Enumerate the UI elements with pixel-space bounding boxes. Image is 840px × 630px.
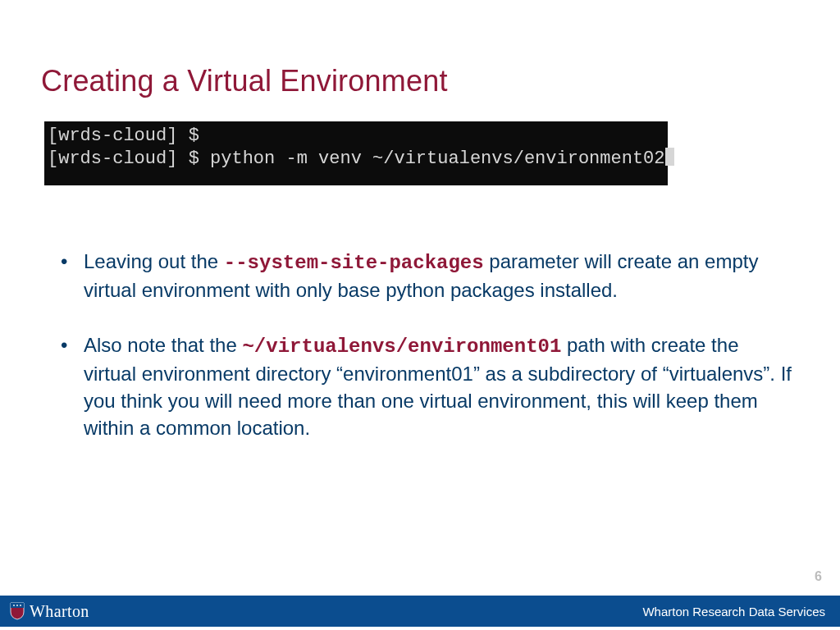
- svg-point-3: [20, 605, 21, 606]
- page-number: 6: [815, 569, 822, 584]
- bullet-text-pre: Also note that the: [84, 334, 242, 356]
- terminal-line-2: [wrds-cloud] $ python -m venv ~/virtuale…: [48, 148, 665, 169]
- bullet-item: Leaving out the --system-site-packages p…: [57, 248, 796, 304]
- footer-service-name: Wharton Research Data Services: [642, 605, 825, 619]
- bullet-item: Also note that the ~/virtualenvs/environ…: [57, 331, 796, 441]
- inline-code: ~/virtualenvs/environment01: [242, 336, 561, 358]
- terminal-cursor: [665, 148, 674, 166]
- wharton-shield-icon: [10, 602, 25, 620]
- slide-title: Creating a Virtual Environment: [41, 64, 448, 98]
- slide: Creating a Virtual Environment [wrds-clo…: [0, 0, 840, 630]
- terminal-screenshot: [wrds-cloud] $ [wrds-cloud] $ python -m …: [44, 121, 668, 185]
- svg-point-1: [13, 605, 15, 606]
- inline-code: --system-site-packages: [224, 252, 484, 274]
- terminal-line-1: [wrds-cloud] $: [48, 126, 199, 146]
- footer-brand: Wharton: [10, 602, 89, 621]
- bullet-list: Leaving out the --system-site-packages p…: [57, 248, 796, 469]
- svg-point-2: [16, 605, 18, 606]
- slide-footer: Wharton Wharton Research Data Services: [0, 596, 840, 627]
- bullet-text-pre: Leaving out the: [84, 250, 224, 272]
- wharton-wordmark: Wharton: [30, 602, 89, 621]
